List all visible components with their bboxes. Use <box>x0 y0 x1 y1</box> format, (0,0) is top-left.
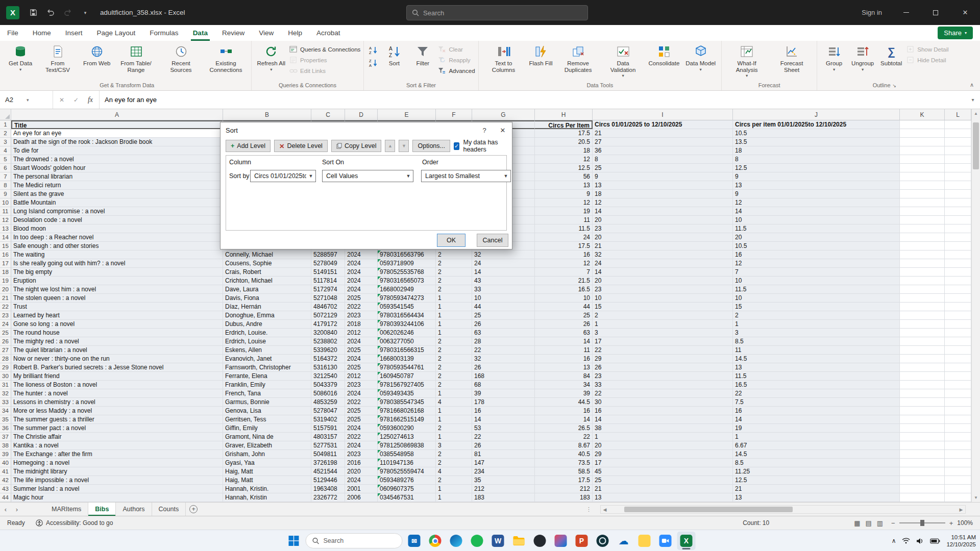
cell-K11[interactable] <box>900 207 945 216</box>
cell-F33[interactable]: 4 <box>436 398 472 407</box>
row-header-15[interactable]: 15 <box>0 242 11 251</box>
row-header-42[interactable]: 42 <box>0 476 11 485</box>
cell-H40[interactable]: 73.5 <box>535 459 593 467</box>
cell-G44[interactable]: 183 <box>472 493 535 502</box>
row-header-27[interactable]: 27 <box>0 346 11 355</box>
column-header-F[interactable]: F <box>436 109 472 120</box>
cell-K28[interactable] <box>900 355 945 363</box>
row-header-23[interactable]: 23 <box>0 311 11 320</box>
cell-G17[interactable]: 24 <box>472 259 535 268</box>
cell-K8[interactable] <box>900 181 945 190</box>
row-header-32[interactable]: 32 <box>0 389 11 398</box>
name-box[interactable]: A2 ▾ <box>0 91 53 109</box>
battery-icon[interactable] <box>930 538 940 544</box>
cell-F21[interactable]: 1 <box>436 294 472 303</box>
cell-C41[interactable]: 4521544 <box>311 467 345 476</box>
cell-E33[interactable]: 9780385547345 <box>378 398 436 407</box>
cell-B39[interactable]: Grisham, John <box>223 450 311 459</box>
from-table-range-button[interactable]: From Table/ Range <box>114 42 158 82</box>
cell-C44[interactable]: 2326772 <box>311 493 345 502</box>
cell-A9[interactable]: Silent as the grave <box>11 190 223 198</box>
cell-A6[interactable]: Stuart Woods' golden hour <box>11 164 223 172</box>
cell-K42[interactable] <box>900 476 945 485</box>
cell-H20[interactable]: 16.5 <box>535 285 593 294</box>
cell-G42[interactable]: 35 <box>472 476 535 485</box>
hidden-icons-chevron-icon[interactable]: ∧ <box>892 537 896 544</box>
cell-D38[interactable]: 2024 <box>345 441 378 450</box>
cell-J43[interactable]: 21 <box>733 485 900 493</box>
my-data-has-headers-checkbox[interactable]: ✓ <box>454 142 460 150</box>
cell-C17[interactable]: 5278049 <box>311 259 345 268</box>
cell-F39[interactable]: 2 <box>436 450 472 459</box>
move-up-button[interactable]: ▲ <box>385 140 395 152</box>
titlebar-search[interactable]: Search <box>406 5 588 20</box>
cell-J7[interactable]: 9 <box>733 172 900 181</box>
cell-J20[interactable]: 11.5 <box>733 285 900 294</box>
cell-G22[interactable]: 44 <box>472 303 535 311</box>
cell-A42[interactable]: The life impossible : a novel <box>11 476 223 485</box>
cell-J35[interactable]: 14 <box>733 415 900 424</box>
cell-F42[interactable]: 2 <box>436 476 472 485</box>
row-header-35[interactable]: 35 <box>0 415 11 424</box>
cell-E26[interactable]: 0063277050 <box>378 337 436 346</box>
cell-H39[interactable]: 40.5 <box>535 450 593 459</box>
enter-entry-icon[interactable]: ✓ <box>69 93 83 107</box>
cell-K4[interactable] <box>900 146 945 155</box>
cell-J9[interactable]: 9 <box>733 190 900 198</box>
cell-D22[interactable]: 2022 <box>345 303 378 311</box>
cell-K44[interactable] <box>900 493 945 502</box>
cell-A43[interactable]: Summer Island : a novel <box>11 485 223 493</box>
cell-L3[interactable] <box>945 138 971 146</box>
sheet-nav-right-icon[interactable]: › <box>11 503 22 516</box>
cell-C36[interactable]: 5157591 <box>311 424 345 433</box>
cell-J23[interactable]: 2 <box>733 311 900 320</box>
qat-dropdown-icon[interactable]: ▾ <box>81 8 90 17</box>
cell-J27[interactable]: 11 <box>733 346 900 355</box>
cell-E19[interactable]: 9780316565073 <box>378 277 436 285</box>
sheet-tab-maritems[interactable]: MARItems <box>45 503 88 516</box>
cell-H22[interactable]: 44 <box>535 303 593 311</box>
cell-B24[interactable]: Dubus, Andre <box>223 320 311 329</box>
cell-A14[interactable]: In too deep : a Reacher novel <box>11 233 223 242</box>
cell-J14[interactable]: 20 <box>733 233 900 242</box>
get-data-button[interactable]: Get Data ▾ <box>6 42 35 82</box>
recent-sources-button[interactable]: Recent Sources <box>159 42 203 82</box>
vertical-scroll-thumb[interactable] <box>973 122 979 169</box>
taskbar-search[interactable]: Search <box>306 533 403 548</box>
cell-G40[interactable]: 147 <box>472 459 535 467</box>
row-header-24[interactable]: 24 <box>0 320 11 329</box>
cell-I3[interactable]: 27 <box>593 138 733 146</box>
cell-F16[interactable]: 2 <box>436 251 472 259</box>
file-explorer-icon[interactable] <box>510 532 528 550</box>
cell-C34[interactable]: 5278047 <box>311 407 345 415</box>
cell-D33[interactable]: 2022 <box>345 398 378 407</box>
cell-G34[interactable]: 16 <box>472 407 535 415</box>
data-model-button[interactable]: Data Model ▾ <box>683 42 718 82</box>
undo-icon[interactable] <box>46 8 55 17</box>
cell-E27[interactable]: 9780316566315 <box>378 346 436 355</box>
cell-D41[interactable]: 2020 <box>345 467 378 476</box>
outline-dialog-launcher-icon[interactable]: ↘ <box>893 83 897 88</box>
add-level-button[interactable]: +Add Level <box>226 140 271 152</box>
cell-D19[interactable]: 2024 <box>345 277 378 285</box>
cell-J26[interactable]: 8.5 <box>733 337 900 346</box>
group-button[interactable]: Group ▾ <box>820 42 848 82</box>
cell-C16[interactable]: 5288597 <box>311 251 345 259</box>
cell-C27[interactable]: 5339620 <box>311 346 345 355</box>
cell-J38[interactable]: 6.67 <box>733 441 900 450</box>
menu-tab-insert[interactable]: Insert <box>58 25 90 41</box>
cell-I16[interactable]: 32 <box>593 251 733 259</box>
cell-K3[interactable] <box>900 138 945 146</box>
cell-A23[interactable]: Learned by heart <box>11 311 223 320</box>
cell-I11[interactable]: 14 <box>593 207 733 216</box>
cell-K5[interactable] <box>900 155 945 164</box>
cell-A41[interactable]: The midnight library <box>11 467 223 476</box>
cell-H29[interactable]: 13 <box>535 363 593 372</box>
cell-K41[interactable] <box>900 467 945 476</box>
cell-B28[interactable]: Evanovich, Janet <box>223 355 311 363</box>
cell-K12[interactable] <box>900 216 945 224</box>
cell-I18[interactable]: 14 <box>593 268 733 277</box>
cell-C40[interactable]: 3726198 <box>311 459 345 467</box>
cell-E20[interactable]: 1668002949 <box>378 285 436 294</box>
cell-J3[interactable]: 13.5 <box>733 138 900 146</box>
